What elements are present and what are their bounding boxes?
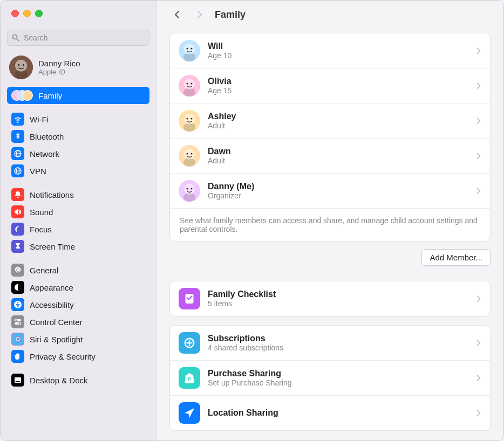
sidebar-item-bluetooth[interactable]: Bluetooth xyxy=(7,128,149,145)
family-member-row[interactable]: AshleyAdult xyxy=(170,104,490,139)
globe-icon xyxy=(11,147,24,160)
appearance-icon xyxy=(11,281,24,294)
feature-label: Location Sharing xyxy=(208,408,468,418)
sidebar-item-vpn[interactable]: VPN xyxy=(7,162,149,180)
member-avatar xyxy=(179,180,200,202)
member-name: Danny (Me) xyxy=(208,182,468,191)
member-sub: Adult xyxy=(208,156,468,165)
sidebar-item-accessibility[interactable]: Accessibility xyxy=(7,296,149,313)
sidebar-item-sound[interactable]: Sound xyxy=(7,203,149,220)
sidebar-item-label: Appearance xyxy=(30,283,73,292)
sidebar-item-notifications[interactable]: Notifications xyxy=(7,186,149,203)
checklist-icon xyxy=(179,288,200,309)
sidebar-item-label: Notifications xyxy=(30,190,74,199)
window-close-button[interactable] xyxy=(11,10,19,17)
user-avatar xyxy=(9,56,33,79)
wifi-icon xyxy=(11,113,24,126)
hand-icon xyxy=(11,350,24,363)
main-pane: Family WillAge 10OliviaAge 15AshleyAdult… xyxy=(156,1,503,440)
search-input[interactable] xyxy=(7,30,149,46)
plus-circle-icon xyxy=(179,332,200,354)
add-member-button[interactable]: Add Member... xyxy=(421,249,491,266)
chevron-right-icon xyxy=(476,47,481,54)
chevron-right-icon xyxy=(476,152,481,160)
sidebar-item-label: Privacy & Security xyxy=(30,352,96,361)
dock-icon xyxy=(11,374,24,387)
window-zoom-button[interactable] xyxy=(35,10,43,17)
feature-sub: Set up Purchase Sharing xyxy=(208,378,468,387)
sidebar-item-family[interactable]: Family xyxy=(7,87,149,104)
member-avatar xyxy=(179,75,200,97)
sidebar-item-label: VPN xyxy=(30,167,46,176)
chevron-right-icon xyxy=(476,117,481,125)
chevron-right-icon xyxy=(476,374,481,382)
sidebar-item-network[interactable]: Network xyxy=(7,145,149,162)
siri-icon xyxy=(11,333,24,346)
sidebar-item-appearance[interactable]: Appearance xyxy=(7,279,149,296)
chevron-right-icon xyxy=(476,295,481,302)
sidebar-item-desktop-dock[interactable]: Desktop & Dock xyxy=(7,371,149,389)
sidebar-item-control-center[interactable]: Control Center xyxy=(7,313,149,330)
feature-label: Family Checklist xyxy=(208,290,468,299)
member-name: Will xyxy=(208,42,468,51)
chevron-right-icon xyxy=(476,187,481,195)
sidebar-item-label: Network xyxy=(30,149,59,159)
family-member-row[interactable]: DawnAdult xyxy=(170,139,490,174)
sidebar-item-label: Control Center xyxy=(30,318,83,327)
family-member-row[interactable]: WillAge 10 xyxy=(170,33,490,68)
window-controls xyxy=(1,1,156,26)
sidebar-item-label: Sound xyxy=(30,208,53,217)
sidebar-item-siri-spotlight[interactable]: Siri & Spotlight xyxy=(7,330,149,348)
sharing-card: Subscriptions4 shared subscriptionsPurch… xyxy=(169,325,491,431)
sidebar-item-label: Siri & Spotlight xyxy=(30,335,83,344)
sidebar-item-general[interactable]: General xyxy=(7,261,149,279)
member-name: Ashley xyxy=(208,112,468,121)
member-avatar xyxy=(179,40,200,61)
member-avatar xyxy=(179,145,200,167)
gear-icon xyxy=(11,264,24,277)
feature-row-family-checklist[interactable]: Family Checklist5 items xyxy=(170,281,490,316)
feature-row-purchase-sharing[interactable]: Purchase SharingSet up Purchase Sharing xyxy=(170,361,490,396)
sidebar-item-label: General xyxy=(30,266,58,275)
search-icon xyxy=(11,33,20,42)
feature-sub: 5 items xyxy=(208,299,468,308)
main-header: Family xyxy=(156,1,503,29)
moon-icon xyxy=(11,223,24,236)
sidebar-item-label: Bluetooth xyxy=(30,132,64,141)
family-member-row[interactable]: OliviaAge 15 xyxy=(170,68,490,104)
sidebar-item-privacy-security[interactable]: Privacy & Security xyxy=(7,348,149,365)
location-icon xyxy=(179,402,200,424)
chevron-right-icon xyxy=(476,82,481,89)
bluetooth-icon xyxy=(11,130,24,143)
sidebar-item-wi-fi[interactable]: Wi-Fi xyxy=(7,111,149,128)
sidebar-item-label: Accessibility xyxy=(30,300,74,309)
hourglass-icon xyxy=(11,240,24,253)
member-sub: Adult xyxy=(208,121,468,130)
feature-row-subscriptions[interactable]: Subscriptions4 shared subscriptions xyxy=(170,326,490,361)
globe-icon xyxy=(11,164,24,177)
apple-id-row[interactable]: Danny Rico Apple ID xyxy=(7,51,149,87)
family-avatars-icon xyxy=(11,89,33,102)
member-avatar xyxy=(179,110,200,132)
sidebar: Danny Rico Apple ID Family Wi-FiBluetoot… xyxy=(1,1,156,440)
feature-label: Subscriptions xyxy=(208,334,468,343)
chevron-right-icon xyxy=(476,339,481,347)
feature-row-location-sharing[interactable]: Location Sharing xyxy=(170,396,490,430)
sidebar-item-label: Screen Time xyxy=(30,242,75,251)
sidebar-item-label: Focus xyxy=(30,225,52,234)
chevron-right-icon xyxy=(476,409,481,417)
sidebar-item-screen-time[interactable]: Screen Time xyxy=(7,238,149,255)
member-sub: Age 15 xyxy=(208,86,468,95)
family-members-card: WillAge 10OliviaAge 15AshleyAdultDawnAdu… xyxy=(169,33,491,242)
window-minimize-button[interactable] xyxy=(23,10,31,17)
page-title: Family xyxy=(215,9,246,20)
sidebar-item-focus[interactable]: Focus xyxy=(7,220,149,238)
user-name: Danny Rico xyxy=(38,59,80,68)
sidebar-item-label: Desktop & Dock xyxy=(30,376,88,385)
family-checklist-card: Family Checklist5 items xyxy=(169,281,491,316)
nav-back-button[interactable] xyxy=(169,5,185,24)
family-member-row[interactable]: Danny (Me)Organizer xyxy=(170,174,490,209)
feature-label: Purchase Sharing xyxy=(208,369,468,378)
bag-icon xyxy=(179,367,200,389)
speaker-icon xyxy=(11,205,24,218)
